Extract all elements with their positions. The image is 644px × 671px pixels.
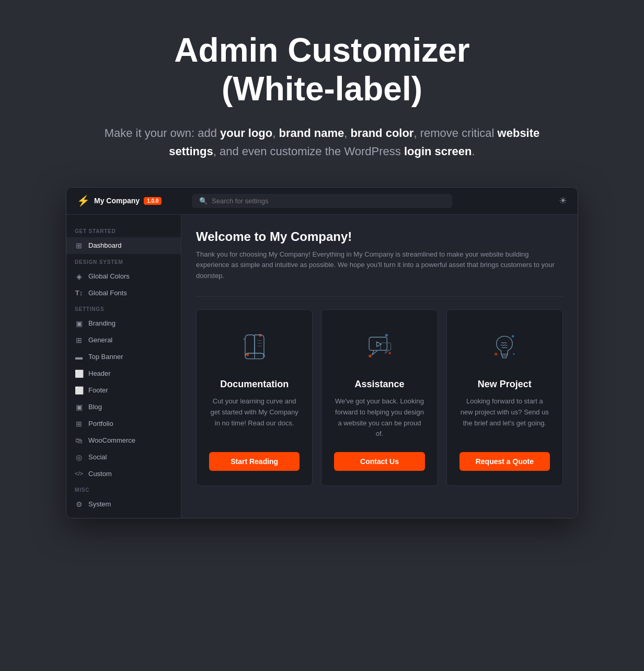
svg-point-11 bbox=[494, 353, 497, 355]
portfolio-icon: ⊞ bbox=[75, 420, 83, 428]
topbar-actions: ☀ bbox=[452, 195, 567, 206]
svg-point-6 bbox=[389, 352, 392, 355]
sidebar-item-global-colors-label: Global Colors bbox=[88, 272, 130, 280]
sidebar-item-general[interactable]: ⊞ General bbox=[66, 332, 181, 349]
system-icon: ⚙ bbox=[75, 500, 83, 508]
welcome-text: Thank you for choosing My Company! Every… bbox=[196, 249, 562, 282]
sidebar-item-global-colors[interactable]: ◈ Global Colors bbox=[66, 268, 181, 285]
new-project-icon-area bbox=[481, 327, 528, 368]
theme-toggle-button[interactable]: ☀ bbox=[559, 195, 567, 206]
assistance-card-title: Assistance bbox=[354, 379, 404, 390]
app-sidebar: GET STARTED ⊞ Dashboard DESIGN SYSTEM ◈ … bbox=[66, 215, 181, 518]
sidebar-item-branding[interactable]: ▣ Branding bbox=[66, 315, 181, 332]
app-search-bar[interactable]: 🔍 bbox=[192, 194, 452, 208]
sidebar-item-footer-label: Footer bbox=[88, 386, 108, 394]
svg-rect-9 bbox=[381, 343, 391, 350]
sidebar-item-header[interactable]: ⬜ Header bbox=[66, 365, 181, 382]
request-quote-button[interactable]: Request a Quote bbox=[459, 452, 550, 471]
app-logo-area: ⚡ My Company 1.0.0 bbox=[77, 194, 192, 207]
svg-point-10 bbox=[512, 335, 514, 338]
sidebar-item-footer[interactable]: ⬜ Footer bbox=[66, 382, 181, 399]
sidebar-item-portfolio-label: Portfolio bbox=[88, 420, 113, 427]
app-body: GET STARTED ⊞ Dashboard DESIGN SYSTEM ◈ … bbox=[66, 215, 578, 518]
svg-point-12 bbox=[513, 353, 515, 355]
sidebar-item-blog-label: Blog bbox=[88, 403, 102, 411]
version-badge: 1.0.0 bbox=[144, 197, 162, 205]
svg-rect-7 bbox=[369, 337, 387, 350]
sidebar-item-social[interactable]: ◎ Social bbox=[66, 449, 181, 466]
sidebar-item-portfolio[interactable]: ⊞ Portfolio bbox=[66, 415, 181, 432]
sidebar-section-design-system: DESIGN SYSTEM bbox=[66, 254, 181, 268]
app-main: Welcome to My Company! Thank you for cho… bbox=[181, 215, 578, 518]
sidebar-section-settings: SETTINGS bbox=[66, 301, 181, 315]
assistance-icon-area bbox=[356, 327, 403, 368]
section-divider bbox=[196, 296, 563, 297]
sidebar-item-woocommerce-label: WooCommerce bbox=[88, 436, 135, 444]
sidebar-item-branding-label: Branding bbox=[88, 319, 116, 327]
chat-icon bbox=[361, 329, 398, 366]
new-project-card-text: Looking forward to start a new project w… bbox=[459, 396, 550, 439]
hero-section: Admin Customizer(White-label) Make it yo… bbox=[87, 31, 557, 161]
new-project-card-title: New Project bbox=[478, 379, 532, 390]
colors-icon: ◈ bbox=[75, 272, 83, 281]
footer-icon: ⬜ bbox=[75, 386, 83, 395]
search-icon: 🔍 bbox=[199, 197, 208, 205]
documentation-card: Documentation Cut your learning curve an… bbox=[196, 309, 313, 486]
hero-subtitle: Make it your own: add your logo, brand n… bbox=[87, 124, 557, 160]
app-window: ⚡ My Company 1.0.0 🔍 ☀ GET STARTED ⊞ Das… bbox=[66, 187, 578, 518]
svg-point-5 bbox=[369, 354, 371, 357]
book-icon bbox=[236, 329, 273, 366]
sidebar-item-system-label: System bbox=[88, 500, 111, 508]
documentation-card-text: Cut your learning curve and get started … bbox=[209, 396, 300, 439]
documentation-icon-area bbox=[231, 327, 278, 368]
top-banner-icon: ▬ bbox=[75, 353, 83, 361]
sidebar-item-header-label: Header bbox=[88, 369, 111, 377]
dashboard-icon: ⊞ bbox=[75, 241, 83, 250]
cards-grid: Documentation Cut your learning curve an… bbox=[196, 309, 563, 486]
sidebar-item-dashboard-label: Dashboard bbox=[88, 241, 122, 249]
sidebar-item-woocommerce[interactable]: 🛍 WooCommerce bbox=[66, 432, 181, 449]
sidebar-item-top-banner[interactable]: ▬ Top Banner bbox=[66, 349, 181, 365]
sidebar-item-dashboard[interactable]: ⊞ Dashboard bbox=[66, 237, 181, 254]
sidebar-item-global-fonts[interactable]: T↕ Global Fonts bbox=[66, 285, 181, 301]
search-input[interactable] bbox=[212, 197, 445, 205]
sidebar-item-general-label: General bbox=[88, 336, 112, 344]
svg-point-4 bbox=[385, 334, 388, 337]
app-topbar: ⚡ My Company 1.0.0 🔍 ☀ bbox=[66, 188, 578, 215]
branding-icon: ▣ bbox=[75, 319, 83, 328]
fonts-icon: T↕ bbox=[75, 289, 83, 297]
sidebar-section-misc: MISC bbox=[66, 482, 181, 496]
start-reading-button[interactable]: Start Reading bbox=[209, 452, 300, 471]
woocommerce-icon: 🛍 bbox=[75, 436, 83, 445]
sidebar-item-top-banner-label: Top Banner bbox=[88, 353, 123, 361]
sidebar-item-custom[interactable]: </> Custom bbox=[66, 466, 181, 482]
hero-title: Admin Customizer(White-label) bbox=[87, 31, 557, 108]
documentation-card-title: Documentation bbox=[220, 379, 289, 390]
blog-icon: ▣ bbox=[75, 403, 83, 411]
lightbulb-icon bbox=[486, 329, 523, 366]
sidebar-item-blog[interactable]: ▣ Blog bbox=[66, 399, 181, 415]
lightning-icon: ⚡ bbox=[77, 194, 90, 207]
sidebar-section-get-started: GET STARTED bbox=[66, 223, 181, 237]
header-icon: ⬜ bbox=[75, 369, 83, 378]
welcome-title: Welcome to My Company! bbox=[196, 229, 563, 244]
app-logo-text: My Company bbox=[94, 196, 140, 205]
sidebar-item-social-label: Social bbox=[88, 453, 107, 461]
welcome-section: Welcome to My Company! Thank you for cho… bbox=[196, 229, 563, 282]
general-icon: ⊞ bbox=[75, 336, 83, 344]
svg-point-0 bbox=[259, 334, 261, 337]
assistance-card: Assistance We've got your back. Looking … bbox=[321, 309, 438, 486]
sidebar-item-global-fonts-label: Global Fonts bbox=[88, 289, 127, 297]
social-icon: ◎ bbox=[75, 453, 83, 461]
contact-us-button[interactable]: Contact Us bbox=[334, 452, 424, 471]
sidebar-item-system[interactable]: ⚙ System bbox=[66, 496, 181, 513]
assistance-card-text: We've got your back. Looking forward to … bbox=[334, 396, 424, 439]
custom-icon: </> bbox=[75, 470, 83, 477]
sidebar-item-custom-label: Custom bbox=[88, 470, 112, 478]
new-project-card: New Project Looking forward to start a n… bbox=[446, 309, 563, 486]
